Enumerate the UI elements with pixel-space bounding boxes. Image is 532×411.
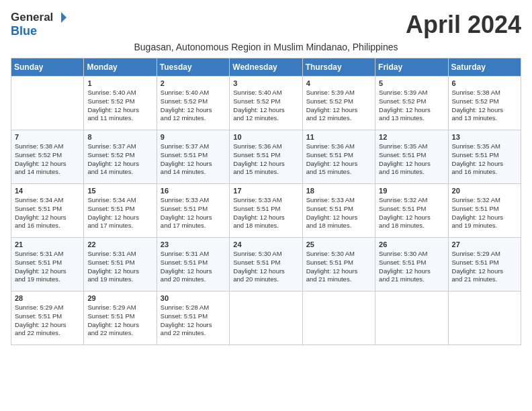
calendar-cell: 10Sunrise: 5:36 AMSunset: 5:51 PMDayligh…	[230, 130, 302, 184]
week-row-1: 1Sunrise: 5:40 AMSunset: 5:52 PMDaylight…	[11, 77, 521, 130]
calendar-cell	[230, 291, 302, 345]
calendar-cell	[11, 77, 84, 130]
day-info: Sunrise: 5:29 AMSunset: 5:51 PMDaylight:…	[452, 250, 517, 284]
calendar-cell: 14Sunrise: 5:34 AMSunset: 5:51 PMDayligh…	[11, 184, 84, 238]
week-row-4: 21Sunrise: 5:31 AMSunset: 5:51 PMDayligh…	[11, 238, 521, 291]
day-number: 7	[15, 133, 80, 141]
calendar-cell: 12Sunrise: 5:35 AMSunset: 5:51 PMDayligh…	[375, 130, 448, 184]
day-info: Sunrise: 5:36 AMSunset: 5:51 PMDaylight:…	[306, 142, 371, 177]
day-info: Sunrise: 5:32 AMSunset: 5:51 PMDaylight:…	[452, 196, 517, 230]
header-sunday: Sunday	[11, 58, 84, 77]
calendar-cell: 13Sunrise: 5:35 AMSunset: 5:51 PMDayligh…	[448, 130, 521, 184]
day-number: 30	[161, 294, 226, 302]
header-saturday: Saturday	[448, 58, 521, 77]
calendar-cell	[375, 291, 448, 345]
day-number: 23	[161, 240, 226, 248]
day-number: 17	[233, 187, 298, 195]
day-number: 8	[87, 133, 152, 141]
calendar-cell: 24Sunrise: 5:30 AMSunset: 5:51 PMDayligh…	[230, 238, 302, 291]
day-number: 1	[87, 79, 152, 87]
day-info: Sunrise: 5:29 AMSunset: 5:51 PMDaylight:…	[87, 304, 152, 338]
calendar-cell: 1Sunrise: 5:40 AMSunset: 5:52 PMDaylight…	[84, 77, 157, 130]
day-info: Sunrise: 5:31 AMSunset: 5:51 PMDaylight:…	[87, 250, 152, 284]
calendar-cell: 15Sunrise: 5:34 AMSunset: 5:51 PMDayligh…	[84, 184, 157, 238]
calendar-cell: 26Sunrise: 5:30 AMSunset: 5:51 PMDayligh…	[375, 238, 448, 291]
day-info: Sunrise: 5:38 AMSunset: 5:52 PMDaylight:…	[452, 89, 517, 123]
calendar-cell: 19Sunrise: 5:32 AMSunset: 5:51 PMDayligh…	[375, 184, 448, 238]
calendar-cell: 11Sunrise: 5:36 AMSunset: 5:51 PMDayligh…	[302, 130, 375, 184]
calendar-cell: 22Sunrise: 5:31 AMSunset: 5:51 PMDayligh…	[84, 238, 157, 291]
day-info: Sunrise: 5:38 AMSunset: 5:52 PMDaylight:…	[15, 142, 80, 177]
day-info: Sunrise: 5:35 AMSunset: 5:51 PMDaylight:…	[452, 142, 517, 177]
day-info: Sunrise: 5:40 AMSunset: 5:52 PMDaylight:…	[233, 89, 298, 123]
calendar-cell: 18Sunrise: 5:33 AMSunset: 5:51 PMDayligh…	[302, 184, 375, 238]
logo-general: General	[11, 11, 53, 24]
day-info: Sunrise: 5:40 AMSunset: 5:52 PMDaylight:…	[161, 89, 226, 123]
day-number: 25	[306, 240, 371, 248]
day-number: 18	[306, 187, 371, 195]
day-info: Sunrise: 5:33 AMSunset: 5:51 PMDaylight:…	[161, 196, 226, 230]
calendar-cell: 3Sunrise: 5:40 AMSunset: 5:52 PMDaylight…	[230, 77, 302, 130]
calendar-cell: 5Sunrise: 5:39 AMSunset: 5:52 PMDaylight…	[375, 77, 448, 130]
day-number: 20	[452, 187, 517, 195]
day-info: Sunrise: 5:30 AMSunset: 5:51 PMDaylight:…	[233, 250, 298, 284]
calendar-cell	[448, 291, 521, 345]
day-info: Sunrise: 5:33 AMSunset: 5:51 PMDaylight:…	[306, 196, 371, 230]
day-info: Sunrise: 5:34 AMSunset: 5:51 PMDaylight:…	[87, 196, 152, 230]
day-info: Sunrise: 5:28 AMSunset: 5:51 PMDaylight:…	[161, 304, 226, 338]
location-subtitle: Bugasan, Autonomous Region in Muslim Min…	[11, 42, 521, 52]
calendar-title: April 2024	[406, 11, 521, 39]
day-number: 5	[379, 79, 444, 87]
header-row: SundayMondayTuesdayWednesdayThursdayFrid…	[11, 58, 521, 77]
calendar-cell: 6Sunrise: 5:38 AMSunset: 5:52 PMDaylight…	[448, 77, 521, 130]
calendar-cell: 8Sunrise: 5:37 AMSunset: 5:52 PMDaylight…	[84, 130, 157, 184]
svg-marker-0	[61, 12, 66, 23]
day-number: 15	[87, 187, 152, 195]
day-number: 6	[452, 79, 517, 87]
day-number: 4	[306, 79, 371, 87]
day-number: 16	[161, 187, 226, 195]
day-info: Sunrise: 5:37 AMSunset: 5:52 PMDaylight:…	[87, 142, 152, 177]
header-wednesday: Wednesday	[230, 58, 302, 77]
day-number: 29	[87, 294, 152, 302]
calendar-cell: 2Sunrise: 5:40 AMSunset: 5:52 PMDaylight…	[157, 77, 229, 130]
logo-blue: Blue	[11, 24, 37, 38]
day-number: 24	[233, 240, 298, 248]
day-number: 28	[15, 294, 80, 302]
week-row-5: 28Sunrise: 5:29 AMSunset: 5:51 PMDayligh…	[11, 291, 521, 345]
calendar-cell: 21Sunrise: 5:31 AMSunset: 5:51 PMDayligh…	[11, 238, 84, 291]
day-info: Sunrise: 5:37 AMSunset: 5:51 PMDaylight:…	[161, 142, 226, 177]
day-info: Sunrise: 5:31 AMSunset: 5:51 PMDaylight:…	[161, 250, 226, 284]
calendar-cell: 17Sunrise: 5:33 AMSunset: 5:51 PMDayligh…	[230, 184, 302, 238]
day-info: Sunrise: 5:29 AMSunset: 5:51 PMDaylight:…	[15, 304, 80, 338]
day-number: 10	[233, 133, 298, 141]
day-number: 26	[379, 240, 444, 248]
calendar-cell: 23Sunrise: 5:31 AMSunset: 5:51 PMDayligh…	[157, 238, 229, 291]
day-info: Sunrise: 5:39 AMSunset: 5:52 PMDaylight:…	[306, 89, 371, 123]
calendar-cell: 4Sunrise: 5:39 AMSunset: 5:52 PMDaylight…	[302, 77, 375, 130]
day-info: Sunrise: 5:36 AMSunset: 5:51 PMDaylight:…	[233, 142, 298, 177]
page-header: General Blue April 2024	[11, 11, 521, 39]
day-info: Sunrise: 5:30 AMSunset: 5:51 PMDaylight:…	[306, 250, 371, 284]
day-info: Sunrise: 5:31 AMSunset: 5:51 PMDaylight:…	[15, 250, 80, 284]
week-row-2: 7Sunrise: 5:38 AMSunset: 5:52 PMDaylight…	[11, 130, 521, 184]
calendar-table: SundayMondayTuesdayWednesdayThursdayFrid…	[11, 58, 521, 345]
day-info: Sunrise: 5:40 AMSunset: 5:52 PMDaylight:…	[87, 89, 152, 123]
day-info: Sunrise: 5:30 AMSunset: 5:51 PMDaylight:…	[379, 250, 444, 284]
day-number: 22	[87, 240, 152, 248]
header-friday: Friday	[375, 58, 448, 77]
header-tuesday: Tuesday	[157, 58, 229, 77]
logo: General Blue	[11, 11, 68, 38]
calendar-cell	[302, 291, 375, 345]
day-number: 19	[379, 187, 444, 195]
day-info: Sunrise: 5:32 AMSunset: 5:51 PMDaylight:…	[379, 196, 444, 230]
calendar-cell: 9Sunrise: 5:37 AMSunset: 5:51 PMDaylight…	[157, 130, 229, 184]
day-info: Sunrise: 5:39 AMSunset: 5:52 PMDaylight:…	[379, 89, 444, 123]
header-monday: Monday	[84, 58, 157, 77]
month-year: April 2024	[406, 11, 521, 39]
logo-icon	[54, 11, 68, 24]
day-number: 13	[452, 133, 517, 141]
calendar-cell: 27Sunrise: 5:29 AMSunset: 5:51 PMDayligh…	[448, 238, 521, 291]
calendar-cell: 29Sunrise: 5:29 AMSunset: 5:51 PMDayligh…	[84, 291, 157, 345]
day-info: Sunrise: 5:33 AMSunset: 5:51 PMDaylight:…	[233, 196, 298, 230]
